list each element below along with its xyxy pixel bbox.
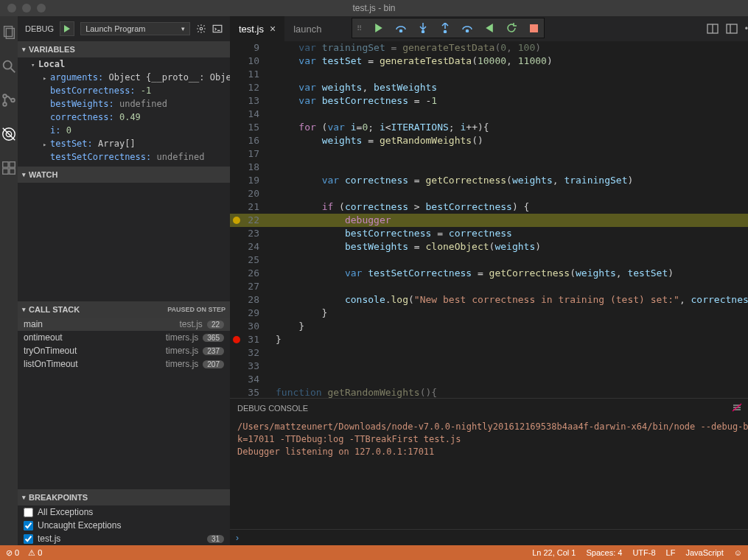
stack-frame[interactable]: maintest.js22 <box>18 318 230 331</box>
debug-console-icon[interactable] <box>212 24 223 34</box>
code-line[interactable]: 18 <box>230 161 748 174</box>
clear-console-icon[interactable] <box>732 402 742 414</box>
stack-frame[interactable]: tryOnTimeouttimers.js237 <box>18 344 230 357</box>
search-icon[interactable] <box>0 57 18 75</box>
breakpoint-uncaught-exceptions[interactable]: Uncaught Exceptions <box>18 519 230 532</box>
code-line[interactable]: 22 debugger <box>230 214 748 227</box>
svg-point-2 <box>4 61 12 69</box>
variable-row[interactable]: bestWeights: undefined <box>18 97 230 111</box>
activity-bar <box>0 16 18 545</box>
code-line[interactable]: 13 var bestCorrectness = -1 <box>230 94 748 108</box>
code-editor[interactable]: 9 var trainingSet = generateTestData(0, … <box>230 41 748 398</box>
stack-frame[interactable]: listOnTimeouttimers.js207 <box>18 357 230 371</box>
scope-local[interactable]: ▾Local <box>18 57 230 71</box>
breakpoints-section-header[interactable]: ▾Breakpoints <box>18 489 230 505</box>
code-line[interactable]: 30 } <box>230 320 748 333</box>
code-line[interactable]: 9 var trainingSet = generateTestData(0, … <box>230 41 748 55</box>
status-spaces[interactable]: Spaces: 4 <box>586 548 622 557</box>
step-into-button[interactable] <box>417 22 429 34</box>
code-line[interactable]: 16 weights = getRandomWeights() <box>230 134 748 147</box>
code-line[interactable]: 19 var correctness = getCorrectness(weig… <box>230 174 748 187</box>
feedback-icon[interactable]: ☺ <box>734 548 742 557</box>
code-line[interactable]: 12 var weights, bestWeights <box>230 81 748 94</box>
code-line[interactable]: 17 <box>230 147 748 161</box>
variable-row[interactable]: bestCorrectness: -1 <box>18 84 230 97</box>
checkbox[interactable] <box>24 508 33 517</box>
code-line[interactable]: 23 bestCorrectness = correctness <box>230 227 748 240</box>
code-line[interactable]: 33 <box>230 360 748 373</box>
code-line[interactable]: 11 <box>230 68 748 81</box>
stop-button[interactable] <box>528 22 539 34</box>
continue-button[interactable] <box>373 22 385 34</box>
code-line[interactable]: 32 <box>230 346 748 360</box>
extensions-icon[interactable] <box>0 159 18 177</box>
code-line[interactable]: 10 var testSet = generateTestData(10000,… <box>230 55 748 68</box>
status-line-col[interactable]: Ln 22, Col 1 <box>532 548 576 557</box>
code-line[interactable]: 28 console.log("New best correctness in … <box>230 293 748 307</box>
checkbox[interactable] <box>24 534 33 544</box>
variable-row[interactable]: ▸arguments: Object {__proto__: Object,… <box>18 71 230 84</box>
code-line[interactable]: 21 if (correctness > bestCorrectness) { <box>230 200 748 214</box>
svg-rect-22 <box>530 24 538 32</box>
code-line[interactable]: 27 <box>230 280 748 293</box>
zoom-window-icon[interactable] <box>37 4 46 13</box>
code-line[interactable]: 34 <box>230 373 748 386</box>
checkbox[interactable] <box>24 521 33 531</box>
source-control-icon[interactable] <box>0 91 18 109</box>
stack-frame[interactable]: ontimeouttimers.js365 <box>18 331 230 344</box>
svg-rect-13 <box>10 162 15 167</box>
status-language[interactable]: JavaScript <box>685 548 723 557</box>
editor-tab[interactable]: launch <box>284 16 330 41</box>
variable-row[interactable]: correctness: 0.49 <box>18 111 230 124</box>
drag-handle-icon[interactable]: ⠿ <box>357 24 363 32</box>
window-controls[interactable] <box>0 4 46 13</box>
step-out-button[interactable] <box>439 22 451 34</box>
explorer-icon[interactable] <box>0 24 18 41</box>
code-line[interactable]: 15 for (var i=0; i<ITERATIONS; i++){ <box>230 121 748 134</box>
code-line[interactable]: 24 bestWeights = cloneObject(weights) <box>230 240 748 253</box>
status-bar: ⊘ 0 ⚠ 0 Ln 22, Col 1 Spaces: 4 UTF-8 LF … <box>0 545 748 560</box>
debug-console-panel: Debug Console ⌄ /Users/mattzeunert/Downl… <box>230 398 748 545</box>
split-editor-icon[interactable] <box>707 24 719 34</box>
editor-tab[interactable]: test.js× <box>230 16 284 41</box>
status-errors[interactable]: ⊘ 0 <box>6 548 19 558</box>
watch-section-header[interactable]: ▾Watch <box>18 167 230 183</box>
debug-toolbar[interactable]: ⠿ <box>352 18 545 38</box>
breakpoint-file[interactable]: test.js31 <box>18 532 230 545</box>
svg-rect-15 <box>213 25 222 32</box>
reverse-button[interactable] <box>483 22 495 34</box>
watch-empty <box>18 183 230 301</box>
more-icon[interactable]: ••• <box>745 24 748 34</box>
step-back-button[interactable] <box>461 22 473 34</box>
code-line[interactable]: 26 var testSetCorrectness = getCorrectne… <box>230 267 748 280</box>
toggle-layout-icon[interactable] <box>726 24 738 34</box>
code-line[interactable]: 31} <box>230 333 748 346</box>
variable-row[interactable]: i: 0 <box>18 124 230 137</box>
code-line[interactable]: 14 <box>230 108 748 121</box>
breakpoint-all-exceptions[interactable]: All Exceptions <box>18 505 230 519</box>
close-window-icon[interactable] <box>7 4 16 13</box>
editor-tabs: test.js×launch ⠿ ••• <box>230 16 748 41</box>
status-eol[interactable]: LF <box>666 548 676 557</box>
debug-sidebar: DEBUG Launch Program ▾ ▾Variables ▾Local… <box>18 16 230 545</box>
variable-row[interactable]: testSetCorrectness: undefined <box>18 150 230 164</box>
code-line[interactable]: 29 } <box>230 307 748 320</box>
close-tab-icon[interactable]: × <box>270 23 276 35</box>
code-line[interactable]: 20 <box>230 187 748 200</box>
start-debug-button[interactable] <box>60 21 74 36</box>
variable-row[interactable]: ▸testSet: Array[] <box>18 137 230 150</box>
step-over-button[interactable] <box>395 22 407 34</box>
callstack-section-header[interactable]: ▾Call StackPaused on step <box>18 301 230 318</box>
variables-section-header[interactable]: ▾Variables <box>18 41 230 57</box>
svg-rect-10 <box>3 162 8 167</box>
minimize-window-icon[interactable] <box>22 4 31 13</box>
status-warnings[interactable]: ⚠ 0 <box>28 548 42 558</box>
debug-icon[interactable] <box>0 125 18 143</box>
gear-icon[interactable] <box>196 24 206 34</box>
restart-button[interactable] <box>506 22 517 34</box>
code-line[interactable]: 35function getRandomWeights(){ <box>230 386 748 398</box>
launch-config-select[interactable]: Launch Program ▾ <box>80 22 190 35</box>
status-encoding[interactable]: UTF-8 <box>632 548 655 557</box>
console-input[interactable]: › <box>230 529 748 545</box>
code-line[interactable]: 25 <box>230 253 748 267</box>
